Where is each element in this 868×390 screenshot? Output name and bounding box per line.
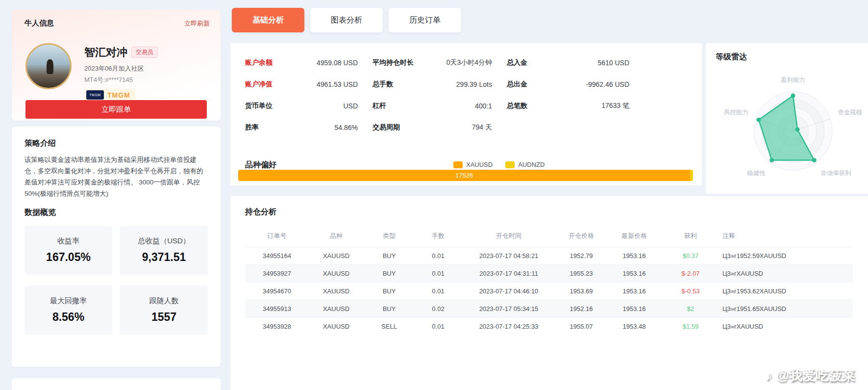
cell-open_time: 2023-07-17 04:25:33 <box>462 323 556 330</box>
symbol-preference-title: 品种偏好 <box>245 160 276 170</box>
table-header-row: 订单号品种类型手数开仓时间开仓价格最新价格获利注释 <box>245 225 853 247</box>
account-stat-label: 货币单位 <box>245 102 273 110</box>
follow-now-button[interactable]: 立即跟单 <box>25 100 207 119</box>
cell-open_time: 2023-07-17 04:31:11 <box>462 270 556 277</box>
legend-item-audnzd: AUDNZD <box>505 161 545 168</box>
overview-stat-card: 总收益（USD）9,371.51 <box>120 226 208 275</box>
account-stat-label: 总入金 <box>507 58 527 67</box>
cell-profit: $1.59 <box>662 323 719 330</box>
mt4-account-id: MT4号:#****7145 <box>84 76 158 84</box>
strategy-card: 策略介绍 该策略以黄金波动率差值算法为基础采用移动式挂单倍投建仓，多空双向量化对… <box>12 127 221 367</box>
cell-type: BUY <box>364 270 415 277</box>
tab-basic[interactable]: 基础分析 <box>232 8 304 32</box>
column-header: 手数 <box>415 232 462 240</box>
broker-chip: TMGM TMGM <box>84 89 135 101</box>
cell-type: SELL <box>364 323 415 330</box>
account-stat-label: 账户净值 <box>245 80 273 89</box>
trader-info-title: 牛人信息 <box>25 19 54 28</box>
svg-text:非侥幸获利: 非侥幸获利 <box>820 170 851 177</box>
cell-type: BUY <box>364 287 415 295</box>
cell-comment: Ц3»г1953.62XAUUSD <box>719 287 853 295</box>
level-radar-card: 等级雷达 盈利能力资金规模非侥幸获利稳健性风控能力 <box>706 43 868 194</box>
cell-order: 34955164 <box>245 252 309 260</box>
positions-table: 订单号品种类型手数开仓时间开仓价格最新价格获利注释34955164XAUUSDB… <box>245 225 853 335</box>
overview-stat-value: 1557 <box>151 311 176 324</box>
overview-stat-label: 收益率 <box>57 236 79 246</box>
account-stat: 总出金-9962.46 USD <box>507 74 629 95</box>
legend-label: XAUUSD <box>466 161 493 168</box>
account-stat: 平均持仓时长0天3小时4分钟 <box>372 52 492 74</box>
symbol-preference-bar: 17526 <box>238 170 693 181</box>
bar-segment-xauusd: 17526 <box>238 170 690 181</box>
table-row[interactable]: 34955913XAUUSDBUY0.022023-07-17 05:34:15… <box>245 300 853 317</box>
strategy-title: 策略介绍 <box>25 138 208 149</box>
column-header: 开仓时间 <box>462 232 556 240</box>
legend-label: AUDNZD <box>518 161 545 168</box>
cell-profit: $-2.07 <box>662 270 719 277</box>
account-stats-grid: 账户余额4959.08 USD平均持仓时长0天3小时4分钟总入金5610 USD… <box>230 43 702 138</box>
cell-profit: $-0.53 <box>662 287 719 295</box>
column-header: 注释 <box>719 232 853 240</box>
cell-lots: 0.01 <box>415 252 462 260</box>
account-stat-value: 794 天 <box>472 123 492 132</box>
table-row[interactable]: 34955164XAUUSDBUY0.012023-07-17 04:58:21… <box>245 247 853 264</box>
cell-lots: 0.01 <box>415 323 462 330</box>
cell-comment: Ц3»гXAUUSD <box>719 270 853 277</box>
account-stat: 总入金5610 USD <box>507 52 629 74</box>
positions-panel: 持仓分析 订单号品种类型手数开仓时间开仓价格最新价格获利注释34955164XA… <box>230 196 868 390</box>
cell-order: 34955913 <box>245 305 309 312</box>
cell-lots: 0.01 <box>415 270 462 277</box>
account-stat-label: 胜率 <box>245 123 259 132</box>
cell-comment: Ц3»г1952.59XAUUSD <box>719 252 853 260</box>
account-stat-value: 54.86% <box>335 124 358 131</box>
column-header: 订单号 <box>245 232 309 240</box>
legend-item-xauusd: XAUUSD <box>453 161 493 168</box>
account-stat-label: 总笔数 <box>507 102 527 110</box>
tab-charts[interactable]: 图表分析 <box>310 8 383 32</box>
data-overview-title: 数据概览 <box>25 208 208 218</box>
symbol-preference-legend: XAUUSDAUDNZD <box>453 161 545 168</box>
cell-symbol: XAUUSD <box>309 287 364 295</box>
cell-open_price: 1955.23 <box>556 270 607 277</box>
overview-stat-value: 167.05% <box>46 251 91 264</box>
column-header: 类型 <box>364 232 415 240</box>
cell-last_price: 1953.16 <box>607 270 662 277</box>
cell-type: BUY <box>364 305 415 312</box>
account-stat-value: -9962.46 USD <box>586 80 629 88</box>
account-stat-label: 账户余额 <box>245 58 273 67</box>
column-header: 最新价格 <box>607 232 662 240</box>
cell-open_time: 2023-07-17 04:46:10 <box>462 287 556 295</box>
tab-history[interactable]: 历史订单 <box>389 8 461 32</box>
cell-lots: 0.02 <box>415 305 462 312</box>
level-radar-title: 等级雷达 <box>716 52 868 62</box>
legend-swatch-icon <box>453 161 463 168</box>
account-stat-value: 299.39 Lots <box>456 80 492 88</box>
svg-text:稳健性: 稳健性 <box>746 170 766 177</box>
cell-comment: Ц3»г1951.65XAUUSD <box>719 305 853 312</box>
table-row[interactable]: 34954670XAUUSDBUY0.012023-07-17 04:46:10… <box>245 282 853 300</box>
trader-info-card: 牛人信息 立即刷新 智汇对冲交易员 2023年06月加入社区 MT4号:#***… <box>12 10 221 121</box>
overview-stat-card: 最大回撤率8.56% <box>25 286 112 335</box>
watermark-handle: @我爱吃菠菜 <box>776 366 855 384</box>
svg-text:盈利能力: 盈利能力 <box>781 77 805 83</box>
watermark: ♪ @我爱吃菠菜 <box>765 366 855 384</box>
table-row[interactable]: 34953927XAUUSDBUY0.012023-07-17 04:31:11… <box>245 264 853 282</box>
cell-symbol: XAUUSD <box>309 323 364 330</box>
cell-symbol: XAUUSD <box>309 270 364 277</box>
left-card-partial <box>12 378 221 390</box>
account-stat: 货币单位USD <box>245 95 358 117</box>
trader-avatar[interactable] <box>25 43 72 89</box>
cell-open_price: 1952.79 <box>556 252 607 260</box>
refresh-now-link[interactable]: 立即刷新 <box>184 19 210 28</box>
cell-type: BUY <box>364 252 415 260</box>
account-stat-value: 400:1 <box>475 102 492 110</box>
column-header: 品种 <box>309 232 364 240</box>
trader-name: 智汇对冲 <box>84 45 127 60</box>
cell-order: 34954670 <box>245 287 309 295</box>
account-stats-panel: 账户余额4959.08 USD平均持仓时长0天3小时4分钟总入金5610 USD… <box>230 43 702 185</box>
account-stat-value: 0天3小时4分钟 <box>446 58 492 67</box>
cell-comment: Ц3»гXAUUSD <box>719 323 853 330</box>
table-row[interactable]: 34953928XAUUSDSELL0.012023-07-17 04:25:3… <box>245 317 853 335</box>
account-stat-value: 17633 笔 <box>601 102 629 110</box>
overview-stat-label: 最大回撤率 <box>50 296 87 306</box>
